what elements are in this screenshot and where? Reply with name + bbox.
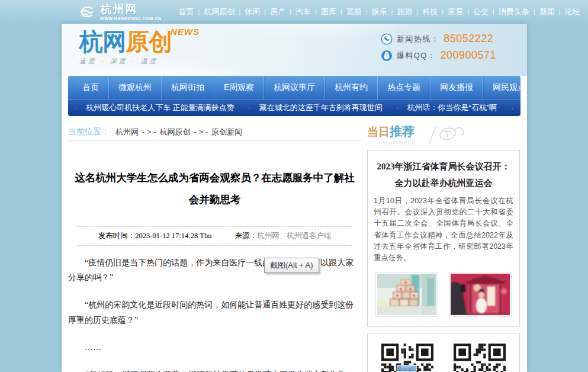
main-nav-item[interactable]: 杭网街拍 <box>162 76 214 100</box>
iphone-qr-code <box>381 344 433 372</box>
breadcrumb-link[interactable]: 原创新闻 <box>211 127 242 137</box>
recommend-header-part1: 当日 <box>367 126 390 138</box>
headline-ticker: 杭州暖心司机扶老人下车 正能量满满获点赞藏在城北的这座千年古刹将再现世间杭州话：… <box>68 100 520 116</box>
article-paragraph: …… <box>68 340 361 355</box>
top-nav-link[interactable]: 杭网原创 <box>200 7 239 17</box>
source-label: 来源： <box>235 232 258 240</box>
android-qr-code <box>454 344 506 372</box>
qq-penguin-icon <box>381 50 393 62</box>
qq-number: 200900571 <box>440 49 496 62</box>
top-nav-link[interactable]: 宽频 <box>342 7 366 17</box>
breadcrumb: 当前位置： 杭州网- > -杭网原创- > -原创新闻 <box>68 123 361 141</box>
daily-recommend-header: 当日推荐 recommend <box>367 123 520 150</box>
main-nav-item[interactable]: 微观杭州 <box>109 76 162 100</box>
site-logo-title: 杭州网 <box>100 4 162 15</box>
recommend-header-part2: 推荐 <box>390 124 415 138</box>
hotline-row: 新闻热线： 85052222 <box>381 33 496 45</box>
hotline-label: 新闻热线： <box>397 34 440 44</box>
top-nav-link[interactable]: 科技 <box>418 7 442 17</box>
sidebar: 当日推荐 recommend 2023年浙江省体育局长会议召开：全力以赴举办杭州… <box>367 123 520 372</box>
top-nav-link[interactable]: 首页 <box>175 7 198 17</box>
logo-text-blue: 杭网 <box>79 30 126 53</box>
top-nav-link[interactable]: 汽车 <box>291 7 315 17</box>
hangwang-original-logo[interactable]: 杭网 原创 NEWS 速度 · 深度 · 温度 <box>79 30 200 66</box>
separator: - > - <box>142 127 156 136</box>
mouse-icon <box>426 124 473 146</box>
logo-news-label: NEWS <box>171 27 200 36</box>
recommend-article-summary: 1月10日，2023年全省体育局长会议在杭州召开。会议深入贯彻党的二十大和省委十… <box>374 195 513 264</box>
logo-slogan: 速度 · 深度 · 温度 <box>79 57 200 66</box>
top-nav-link[interactable]: 休闲 <box>240 7 264 17</box>
android-app-cell: Android客户端 <box>454 344 506 372</box>
breadcrumb-label: 当前位置： <box>68 127 110 137</box>
qr-center-logo <box>397 365 417 372</box>
article-paragraph: 1月12日，浙江省两会开幕，浙江科技学院信息学院大三学生柴亦哲作为一名00后大学… <box>68 367 361 372</box>
content-area: 当前位置： 杭州网- > -杭网原创- > -原创新闻 这名杭州大学生怎么成为省… <box>62 116 527 372</box>
top-nav-link[interactable]: 图库 <box>317 7 340 17</box>
main-container: 杭网 原创 NEWS 速度 · 深度 · 温度 新闻热线： 85052222 <box>62 24 527 372</box>
ticker-headline[interactable]: 杭州话：你当你是“石杭”啊 <box>396 102 497 113</box>
screenshot-tooltip: 截图(Alt + A) <box>264 258 319 273</box>
main-nav-item[interactable]: E周观察 <box>214 76 264 100</box>
top-nav-link[interactable]: 家居 <box>444 7 467 17</box>
contact-info: 新闻热线： 85052222 爆料QQ： 200900571 <box>381 33 496 66</box>
top-nav-link[interactable]: 新闻 <box>535 7 559 17</box>
publish-info-bar: 发布时间：2023-01-12 17:14:28 Thu 来源：杭州网、杭州通客… <box>78 226 352 246</box>
article-paragraph: “杭州的宋韵文化是近段时间的热词，如何能让普通百姓更好的感受到这份厚重的历史底蕴… <box>68 297 361 328</box>
publish-time-value: 2023-01-12 17:14:28 Thu <box>135 232 211 240</box>
breadcrumb-link[interactable]: 杭州网 <box>115 127 139 137</box>
site-banner: 杭网 原创 NEWS 速度 · 深度 · 温度 新闻热线： 85052222 <box>62 24 527 76</box>
main-nav-item[interactable]: 杭州有约 <box>325 76 378 100</box>
qq-label: 爆料QQ： <box>397 50 436 61</box>
hangzhou-net-swirl-icon <box>76 4 96 20</box>
main-nav-item[interactable]: 首页 <box>73 76 109 100</box>
top-nav-link[interactable]: 娱乐 <box>368 7 391 17</box>
phone-icon <box>381 33 393 45</box>
site-logo-url: WWW.HANGZHOU.COM.CN <box>100 17 162 21</box>
main-nav-item[interactable]: 网友播报 <box>430 76 483 100</box>
qq-row: 爆料QQ： 200900571 <box>381 49 496 62</box>
top-nav-link[interactable]: 旅游 <box>393 7 416 17</box>
separator: - > - <box>194 127 207 136</box>
top-nav-link[interactable]: 论坛 <box>561 7 584 17</box>
top-nav-link[interactable]: 公交 <box>469 7 493 17</box>
source-value: 杭州网、杭州通客户端 <box>257 232 331 240</box>
hotline-number: 85052222 <box>444 33 493 45</box>
main-nav-item[interactable]: 杭网议事厅 <box>264 76 325 100</box>
recommend-article-title[interactable]: 2023年浙江省体育局长会议召开：全力以赴举办杭州亚运会 <box>376 159 511 192</box>
article-column: 当前位置： 杭州网- > -杭网原创- > -原创新闻 这名杭州大学生怎么成为省… <box>68 123 361 372</box>
article-title: 这名杭州大学生怎么成为省两会观察员？在志愿服务中了解社会并勤思考 <box>72 167 358 211</box>
logo-text-orange: 原创 <box>126 30 172 53</box>
app-download-box: iPhone 客户端 Android客户端 <box>367 333 520 372</box>
main-nav: 首页微观杭州杭网街拍E周观察杭网议事厅杭州有约热点专题网友播报网民观点杭网动态杭… <box>68 76 520 100</box>
thumbnail-costume-photo[interactable] <box>449 272 512 317</box>
publish-time-label: 发布时间： <box>98 232 136 240</box>
ticker-headline[interactable]: 藏在城北的这座千年古刹将再现世间 <box>248 102 382 113</box>
main-nav-item[interactable]: 热点专题 <box>378 76 430 100</box>
breadcrumb-link[interactable]: 杭网原创 <box>159 127 190 137</box>
iphone-app-cell: iPhone 客户端 <box>381 344 433 372</box>
thumbnail-expo-photo[interactable] <box>375 272 438 317</box>
top-bar: 杭州网 WWW.HANGZHOU.COM.CN 首页|杭网原创|休闲|房产|汽车… <box>0 0 588 24</box>
top-nav: 首页|杭网原创|休闲|房产|汽车|图库|宽频|娱乐|旅游|科技|家居|公交|消费… <box>175 7 584 17</box>
main-nav-item[interactable]: 网民观点 <box>483 76 520 100</box>
recommend-box: 2023年浙江省体育局长会议召开：全力以赴举办杭州亚运会 1月10日，2023年… <box>367 150 520 327</box>
site-logo[interactable]: 杭州网 WWW.HANGZHOU.COM.CN <box>76 4 162 21</box>
ticker-headline[interactable]: 杭州暖心司机扶老人下车 正能量满满获点赞 <box>75 102 234 113</box>
recommend-thumbnails <box>374 272 513 317</box>
top-nav-link[interactable]: 消费头条 <box>494 7 534 17</box>
top-nav-link[interactable]: 房产 <box>266 7 290 17</box>
